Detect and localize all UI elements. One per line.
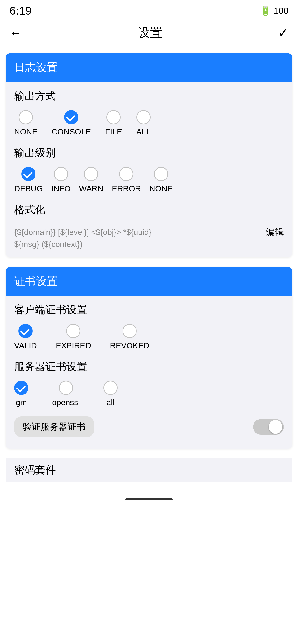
page-title: 设置 bbox=[138, 24, 162, 41]
status-time: 6:19 bbox=[9, 4, 31, 17]
cert-settings-header: 证书设置 bbox=[6, 267, 292, 296]
radio-gm[interactable]: gm bbox=[14, 381, 28, 407]
radio-server-all[interactable]: all bbox=[103, 381, 118, 407]
radio-gm-label: gm bbox=[15, 398, 27, 407]
log-settings-body: 输出方式 NONE CONSOLE FILE ALL bbox=[6, 82, 292, 257]
output-method-label: 输出方式 bbox=[14, 89, 284, 103]
radio-error-circle[interactable] bbox=[119, 167, 133, 181]
radio-openssl-circle[interactable] bbox=[59, 381, 73, 395]
home-indicator bbox=[125, 498, 173, 500]
radio-level-none-circle[interactable] bbox=[154, 167, 168, 181]
verify-cert-button[interactable]: 验证服务器证书 bbox=[14, 416, 94, 437]
radio-openssl[interactable]: openssl bbox=[52, 381, 80, 407]
cert-settings-body: 客户端证书设置 VALID EXPIRED REVOKED 服务器证书设置 bbox=[6, 296, 292, 449]
format-edit-button[interactable]: 编辑 bbox=[261, 226, 284, 238]
radio-all[interactable]: ALL bbox=[136, 110, 151, 136]
output-level-radio-group: DEBUG INFO WARN ERROR NONE bbox=[14, 167, 284, 193]
verify-cert-toggle[interactable] bbox=[253, 419, 284, 435]
battery-icon: 🔋 100 bbox=[260, 6, 289, 16]
radio-revoked[interactable]: REVOKED bbox=[110, 324, 149, 350]
radio-revoked-circle[interactable] bbox=[122, 324, 137, 338]
radio-revoked-label: REVOKED bbox=[110, 341, 149, 350]
radio-server-all-circle[interactable] bbox=[103, 381, 118, 395]
radio-debug-label: DEBUG bbox=[14, 184, 43, 193]
radio-debug-circle[interactable] bbox=[21, 167, 35, 181]
radio-warn-label: WARN bbox=[79, 184, 103, 193]
cert-settings-card: 证书设置 客户端证书设置 VALID EXPIRED REVOKED bbox=[6, 267, 292, 449]
radio-warn[interactable]: WARN bbox=[79, 167, 103, 193]
radio-none-label: NONE bbox=[14, 127, 37, 136]
verify-cert-row: 验证服务器证书 bbox=[14, 416, 284, 437]
radio-server-all-label: all bbox=[106, 398, 114, 407]
page-content: 日志设置 输出方式 NONE CONSOLE FILE bbox=[0, 46, 298, 489]
radio-file-circle[interactable] bbox=[106, 110, 121, 124]
radio-expired-label: EXPIRED bbox=[56, 341, 91, 350]
output-level-label: 输出级别 bbox=[14, 146, 284, 160]
confirm-button[interactable]: ✓ bbox=[278, 26, 289, 40]
output-method-radio-group: NONE CONSOLE FILE ALL bbox=[14, 110, 284, 136]
radio-gm-circle[interactable] bbox=[14, 381, 28, 395]
radio-console[interactable]: CONSOLE bbox=[51, 110, 91, 136]
radio-level-none-label: NONE bbox=[149, 184, 173, 193]
back-button[interactable]: ← bbox=[9, 26, 22, 39]
radio-openssl-label: openssl bbox=[52, 398, 80, 407]
client-cert-radio-group: VALID EXPIRED REVOKED bbox=[14, 324, 284, 350]
radio-file-label: FILE bbox=[105, 127, 122, 136]
nav-bar: ← 设置 ✓ bbox=[0, 20, 298, 46]
radio-debug[interactable]: DEBUG bbox=[14, 167, 43, 193]
radio-file[interactable]: FILE bbox=[105, 110, 122, 136]
radio-info[interactable]: INFO bbox=[51, 167, 70, 193]
radio-valid-label: VALID bbox=[14, 341, 37, 350]
radio-expired[interactable]: EXPIRED bbox=[56, 324, 91, 350]
format-label: 格式化 bbox=[14, 203, 284, 217]
cipher-suite-label: 密码套件 bbox=[6, 458, 292, 482]
log-settings-card: 日志设置 输出方式 NONE CONSOLE FILE bbox=[6, 53, 292, 257]
radio-none[interactable]: NONE bbox=[14, 110, 37, 136]
radio-expired-circle[interactable] bbox=[66, 324, 80, 338]
status-icons: 🔋 100 bbox=[260, 6, 289, 16]
toggle-knob bbox=[269, 420, 283, 434]
server-cert-label: 服务器证书设置 bbox=[14, 360, 284, 374]
radio-all-circle[interactable] bbox=[136, 110, 151, 124]
radio-console-circle[interactable] bbox=[64, 110, 78, 124]
radio-console-label: CONSOLE bbox=[51, 127, 91, 136]
radio-valid-circle[interactable] bbox=[18, 324, 33, 338]
cert-settings-title: 证书设置 bbox=[14, 275, 58, 287]
radio-info-circle[interactable] bbox=[54, 167, 68, 181]
radio-level-none[interactable]: NONE bbox=[149, 167, 173, 193]
format-value: {${domain}} [${level}] <${obj}> *${uuid}… bbox=[14, 226, 261, 250]
client-cert-label: 客户端证书设置 bbox=[14, 303, 284, 317]
radio-all-label: ALL bbox=[136, 127, 151, 136]
radio-error[interactable]: ERROR bbox=[112, 167, 141, 193]
log-settings-title: 日志设置 bbox=[14, 61, 58, 74]
server-cert-radio-group: gm openssl all bbox=[14, 381, 284, 407]
log-settings-header: 日志设置 bbox=[6, 53, 292, 82]
radio-info-label: INFO bbox=[51, 184, 70, 193]
bottom-bar bbox=[0, 494, 298, 505]
radio-none-circle[interactable] bbox=[19, 110, 33, 124]
status-bar: 6:19 🔋 100 bbox=[0, 0, 298, 20]
radio-warn-circle[interactable] bbox=[84, 167, 98, 181]
radio-valid[interactable]: VALID bbox=[14, 324, 37, 350]
format-row: {${domain}} [${level}] <${obj}> *${uuid}… bbox=[14, 224, 284, 250]
radio-error-label: ERROR bbox=[112, 184, 141, 193]
